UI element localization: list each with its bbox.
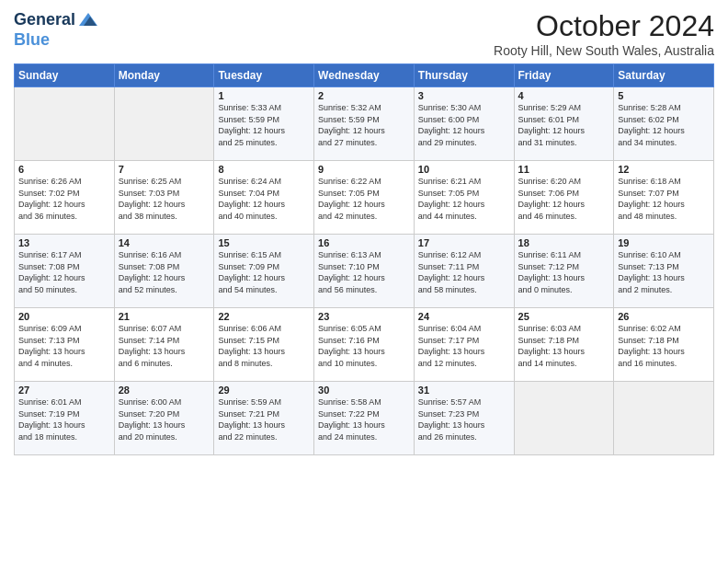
day-number: 8 xyxy=(218,164,310,175)
day-cell: 10Sunrise: 6:21 AM Sunset: 7:05 PM Dayli… xyxy=(414,161,514,235)
week-row-3: 13Sunrise: 6:17 AM Sunset: 7:08 PM Dayli… xyxy=(15,235,714,308)
day-number: 30 xyxy=(318,385,410,396)
day-info: Sunrise: 6:22 AM Sunset: 7:05 PM Dayligh… xyxy=(318,176,410,222)
day-number: 26 xyxy=(618,311,710,322)
day-number: 28 xyxy=(119,385,210,396)
day-cell: 18Sunrise: 6:11 AM Sunset: 7:12 PM Dayli… xyxy=(514,235,614,308)
day-cell: 2Sunrise: 5:32 AM Sunset: 5:59 PM Daylig… xyxy=(314,87,415,161)
day-cell: 4Sunrise: 5:29 AM Sunset: 6:01 PM Daylig… xyxy=(514,87,614,161)
day-number: 22 xyxy=(218,311,310,322)
week-row-1: 1Sunrise: 5:33 AM Sunset: 5:59 PM Daylig… xyxy=(15,87,714,161)
day-info: Sunrise: 6:09 AM Sunset: 7:13 PM Dayligh… xyxy=(18,323,110,369)
day-number: 13 xyxy=(18,237,110,248)
col-header-thursday: Thursday xyxy=(414,64,514,87)
day-cell: 19Sunrise: 6:10 AM Sunset: 7:13 PM Dayli… xyxy=(614,235,714,308)
day-number: 6 xyxy=(18,164,110,175)
day-info: Sunrise: 6:20 AM Sunset: 7:06 PM Dayligh… xyxy=(518,176,610,222)
day-cell: 7Sunrise: 6:25 AM Sunset: 7:03 PM Daylig… xyxy=(114,161,214,235)
day-number: 7 xyxy=(119,164,210,175)
day-info: Sunrise: 6:02 AM Sunset: 7:18 PM Dayligh… xyxy=(618,323,710,369)
day-info: Sunrise: 6:12 AM Sunset: 7:11 PM Dayligh… xyxy=(418,249,510,295)
col-header-wednesday: Wednesday xyxy=(314,64,415,87)
day-info: Sunrise: 6:05 AM Sunset: 7:16 PM Dayligh… xyxy=(318,323,410,369)
day-number: 12 xyxy=(618,164,710,175)
day-cell xyxy=(15,87,115,161)
day-number: 9 xyxy=(318,164,410,175)
day-cell: 29Sunrise: 5:59 AM Sunset: 7:21 PM Dayli… xyxy=(214,382,314,455)
day-cell: 15Sunrise: 6:15 AM Sunset: 7:09 PM Dayli… xyxy=(214,235,314,308)
day-number: 3 xyxy=(418,90,510,101)
day-cell xyxy=(514,382,614,455)
day-number: 14 xyxy=(119,237,210,248)
day-number: 25 xyxy=(518,311,610,322)
day-cell: 26Sunrise: 6:02 AM Sunset: 7:18 PM Dayli… xyxy=(614,308,714,382)
day-info: Sunrise: 6:04 AM Sunset: 7:17 PM Dayligh… xyxy=(418,323,510,369)
day-number: 5 xyxy=(618,90,710,101)
day-number: 23 xyxy=(318,311,410,322)
day-number: 15 xyxy=(218,237,310,248)
title-block: October 2024 Rooty Hill, New South Wales… xyxy=(494,9,714,58)
day-cell: 11Sunrise: 6:20 AM Sunset: 7:06 PM Dayli… xyxy=(514,161,614,235)
day-cell: 17Sunrise: 6:12 AM Sunset: 7:11 PM Dayli… xyxy=(414,235,514,308)
day-number: 10 xyxy=(418,164,510,175)
day-info: Sunrise: 6:07 AM Sunset: 7:14 PM Dayligh… xyxy=(119,323,210,369)
page: General Blue October 2024 Rooty Hill, Ne… xyxy=(0,0,728,465)
day-info: Sunrise: 6:18 AM Sunset: 7:07 PM Dayligh… xyxy=(618,176,710,222)
day-number: 18 xyxy=(518,237,610,248)
day-cell: 25Sunrise: 6:03 AM Sunset: 7:18 PM Dayli… xyxy=(514,308,614,382)
day-info: Sunrise: 5:33 AM Sunset: 5:59 PM Dayligh… xyxy=(218,102,310,148)
day-number: 20 xyxy=(18,311,110,322)
day-info: Sunrise: 6:03 AM Sunset: 7:18 PM Dayligh… xyxy=(518,323,610,369)
logo-text: General xyxy=(14,11,75,29)
logo-blue: Blue xyxy=(14,31,50,50)
day-cell xyxy=(114,87,214,161)
day-cell: 5Sunrise: 5:28 AM Sunset: 6:02 PM Daylig… xyxy=(614,87,714,161)
day-number: 16 xyxy=(318,237,410,248)
header-row: SundayMondayTuesdayWednesdayThursdayFrid… xyxy=(15,64,714,87)
day-cell: 8Sunrise: 6:24 AM Sunset: 7:04 PM Daylig… xyxy=(214,161,314,235)
day-cell: 3Sunrise: 5:30 AM Sunset: 6:00 PM Daylig… xyxy=(414,87,514,161)
calendar-table: SundayMondayTuesdayWednesdayThursdayFrid… xyxy=(14,63,714,455)
day-info: Sunrise: 5:58 AM Sunset: 7:22 PM Dayligh… xyxy=(318,396,410,442)
day-number: 27 xyxy=(18,385,110,396)
day-info: Sunrise: 6:17 AM Sunset: 7:08 PM Dayligh… xyxy=(18,249,110,295)
day-cell: 9Sunrise: 6:22 AM Sunset: 7:05 PM Daylig… xyxy=(314,161,415,235)
week-row-4: 20Sunrise: 6:09 AM Sunset: 7:13 PM Dayli… xyxy=(15,308,714,382)
day-cell: 30Sunrise: 5:58 AM Sunset: 7:22 PM Dayli… xyxy=(314,382,415,455)
day-cell: 21Sunrise: 6:07 AM Sunset: 7:14 PM Dayli… xyxy=(114,308,214,382)
day-info: Sunrise: 6:13 AM Sunset: 7:10 PM Dayligh… xyxy=(318,249,410,295)
day-info: Sunrise: 6:16 AM Sunset: 7:08 PM Dayligh… xyxy=(119,249,210,295)
day-info: Sunrise: 5:59 AM Sunset: 7:21 PM Dayligh… xyxy=(218,396,310,442)
day-number: 31 xyxy=(418,385,510,396)
day-number: 21 xyxy=(119,311,210,322)
day-cell: 12Sunrise: 6:18 AM Sunset: 7:07 PM Dayli… xyxy=(614,161,714,235)
calendar-title: October 2024 xyxy=(494,9,714,43)
col-header-monday: Monday xyxy=(114,64,214,87)
day-info: Sunrise: 5:28 AM Sunset: 6:02 PM Dayligh… xyxy=(618,102,710,148)
day-cell: 13Sunrise: 6:17 AM Sunset: 7:08 PM Dayli… xyxy=(15,235,115,308)
day-info: Sunrise: 6:24 AM Sunset: 7:04 PM Dayligh… xyxy=(218,176,310,222)
day-cell: 31Sunrise: 5:57 AM Sunset: 7:23 PM Dayli… xyxy=(414,382,514,455)
day-cell: 24Sunrise: 6:04 AM Sunset: 7:17 PM Dayli… xyxy=(414,308,514,382)
day-info: Sunrise: 6:06 AM Sunset: 7:15 PM Dayligh… xyxy=(218,323,310,369)
day-info: Sunrise: 6:11 AM Sunset: 7:12 PM Dayligh… xyxy=(518,249,610,295)
day-cell: 14Sunrise: 6:16 AM Sunset: 7:08 PM Dayli… xyxy=(114,235,214,308)
day-number: 17 xyxy=(418,237,510,248)
logo-icon xyxy=(77,9,99,31)
day-number: 1 xyxy=(218,90,310,101)
day-cell: 1Sunrise: 5:33 AM Sunset: 5:59 PM Daylig… xyxy=(214,87,314,161)
day-info: Sunrise: 6:15 AM Sunset: 7:09 PM Dayligh… xyxy=(218,249,310,295)
calendar-subtitle: Rooty Hill, New South Wales, Australia xyxy=(494,43,714,58)
day-number: 24 xyxy=(418,311,510,322)
day-cell: 27Sunrise: 6:01 AM Sunset: 7:19 PM Dayli… xyxy=(15,382,115,455)
day-info: Sunrise: 5:29 AM Sunset: 6:01 PM Dayligh… xyxy=(518,102,610,148)
day-number: 2 xyxy=(318,90,410,101)
day-info: Sunrise: 6:10 AM Sunset: 7:13 PM Dayligh… xyxy=(618,249,710,295)
day-cell: 20Sunrise: 6:09 AM Sunset: 7:13 PM Dayli… xyxy=(15,308,115,382)
col-header-saturday: Saturday xyxy=(614,64,714,87)
logo: General Blue xyxy=(14,9,99,50)
col-header-sunday: Sunday xyxy=(15,64,115,87)
week-row-2: 6Sunrise: 6:26 AM Sunset: 7:02 PM Daylig… xyxy=(15,161,714,235)
day-info: Sunrise: 5:57 AM Sunset: 7:23 PM Dayligh… xyxy=(418,396,510,442)
day-info: Sunrise: 5:30 AM Sunset: 6:00 PM Dayligh… xyxy=(418,102,510,148)
